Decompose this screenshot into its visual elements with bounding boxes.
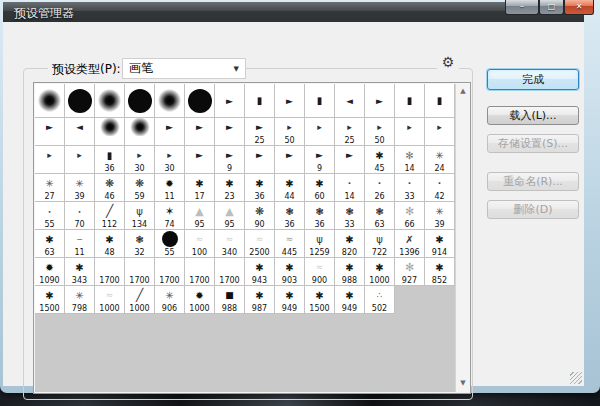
brush-cell[interactable]: ► bbox=[155, 118, 185, 146]
brush-cell[interactable] bbox=[95, 118, 125, 146]
brush-cell[interactable]: ✳24 bbox=[425, 146, 455, 174]
brush-cell[interactable]: ✱60 bbox=[305, 174, 335, 202]
brush-cell[interactable]: ► bbox=[215, 118, 245, 146]
brush-cell[interactable]: ❃63 bbox=[365, 202, 395, 230]
preset-type-select[interactable]: 画笔 ▼ bbox=[122, 58, 246, 79]
brush-cell[interactable]: ❋59 bbox=[125, 174, 155, 202]
done-button[interactable]: 完成 bbox=[487, 69, 579, 90]
brush-cell[interactable]: ▸30 bbox=[125, 146, 155, 174]
brush-cell[interactable]: ╱112 bbox=[95, 202, 125, 230]
brush-cell[interactable]: ✱943 bbox=[245, 258, 275, 286]
close-button[interactable]: ✕ bbox=[564, 0, 594, 15]
brush-cell[interactable]: 1700 bbox=[155, 258, 185, 286]
brush-cell[interactable]: ▸ bbox=[425, 118, 455, 146]
brush-cell[interactable]: ► bbox=[275, 84, 305, 118]
brush-cell[interactable]: ✱1500 bbox=[305, 286, 335, 314]
brush-cell[interactable]: ✳39 bbox=[65, 174, 95, 202]
brush-cell[interactable]: 1700 bbox=[215, 258, 245, 286]
brush-cell[interactable]: ▸ bbox=[35, 146, 65, 174]
brush-cell[interactable]: ▮ bbox=[425, 84, 455, 118]
brush-cell[interactable]: ψ134 bbox=[125, 202, 155, 230]
brush-cell[interactable]: ► bbox=[275, 146, 305, 174]
brush-cell[interactable] bbox=[155, 84, 185, 118]
brush-cell[interactable]: ✗1396 bbox=[395, 230, 425, 258]
brush-cell[interactable]: ≈2500 bbox=[245, 230, 275, 258]
brush-cell[interactable]: ◄ bbox=[335, 84, 365, 118]
brush-cell[interactable]: ✱852 bbox=[425, 258, 455, 286]
brush-cell[interactable]: ◄ bbox=[65, 118, 95, 146]
brush-cell[interactable]: ▮ bbox=[245, 84, 275, 118]
brush-cell[interactable]: ≈100 bbox=[185, 230, 215, 258]
save-set-button[interactable]: 存储设置(S)... bbox=[487, 134, 579, 153]
brush-cell[interactable]: 1700 bbox=[185, 258, 215, 286]
brush-cell[interactable]: •55 bbox=[35, 202, 65, 230]
brush-cell[interactable]: ·42 bbox=[425, 174, 455, 202]
brush-cell[interactable]: ► bbox=[185, 118, 215, 146]
brush-cell[interactable]: ►9 bbox=[305, 146, 335, 174]
brush-cell[interactable]: ✳27 bbox=[35, 174, 65, 202]
resize-grip[interactable] bbox=[570, 372, 582, 384]
brush-cell[interactable]: ✱48 bbox=[95, 230, 125, 258]
brush-cell[interactable]: ▮ bbox=[395, 84, 425, 118]
rename-button[interactable]: 重命名(R)... bbox=[487, 172, 579, 191]
brush-cell[interactable]: ► bbox=[245, 146, 275, 174]
brush-cell[interactable]: ψ722 bbox=[365, 230, 395, 258]
brush-cell[interactable]: ❋46 bbox=[95, 174, 125, 202]
brush-cell[interactable]: ❃32 bbox=[125, 230, 155, 258]
brush-cell[interactable]: ▲95 bbox=[185, 202, 215, 230]
scroll-up-icon[interactable]: ▲ bbox=[456, 87, 470, 95]
brush-cell[interactable] bbox=[35, 84, 65, 118]
brush-cell[interactable]: ✱987 bbox=[245, 286, 275, 314]
brush-cell[interactable]: ✹1090 bbox=[35, 258, 65, 286]
brush-cell[interactable] bbox=[125, 118, 155, 146]
brush-cell[interactable]: 1700 bbox=[125, 258, 155, 286]
brush-cell[interactable]: ╱1000 bbox=[125, 286, 155, 314]
brush-cell[interactable]: ✻927 bbox=[395, 258, 425, 286]
brush-cell[interactable]: ‒11 bbox=[65, 230, 95, 258]
brush-cell[interactable]: ≈900 bbox=[305, 258, 335, 286]
brush-cell[interactable]: ✱45 bbox=[365, 146, 395, 174]
brush-cell[interactable]: ✱44 bbox=[275, 174, 305, 202]
brush-cell[interactable]: ✱63 bbox=[35, 230, 65, 258]
brush-cell[interactable]: ▲95 bbox=[215, 202, 245, 230]
brush-cell[interactable]: ► bbox=[215, 84, 245, 118]
brush-cell[interactable]: ❋90 bbox=[245, 202, 275, 230]
gear-icon[interactable]: ⚙ bbox=[437, 53, 459, 71]
brush-cell[interactable]: ✱17 bbox=[185, 174, 215, 202]
brush-cell[interactable]: ✳906 bbox=[155, 286, 185, 314]
brush-cell[interactable]: ►9 bbox=[215, 146, 245, 174]
brush-cell[interactable]: ❃36 bbox=[305, 202, 335, 230]
brush-cell[interactable]: ≈1000 bbox=[95, 286, 125, 314]
brush-cell[interactable]: ✹11 bbox=[155, 174, 185, 202]
brush-cell[interactable] bbox=[65, 84, 95, 118]
brush-cell[interactable]: ✱914 bbox=[425, 230, 455, 258]
brush-cell[interactable]: ► bbox=[335, 146, 365, 174]
brush-cell[interactable]: ▮ bbox=[305, 84, 335, 118]
brush-cell[interactable]: ► bbox=[185, 146, 215, 174]
brush-cell[interactable]: ▸ bbox=[65, 146, 95, 174]
brush-cell[interactable]: ✱820 bbox=[335, 230, 365, 258]
brush-cell[interactable]: ✱23 bbox=[215, 174, 245, 202]
brush-cell[interactable]: ✱343 bbox=[65, 258, 95, 286]
brush-cell[interactable]: ✻66 bbox=[395, 202, 425, 230]
brush-cell[interactable]: ·14 bbox=[335, 174, 365, 202]
title-bar[interactable]: 预设管理器 bbox=[3, 2, 584, 22]
brush-cell[interactable]: ▸ bbox=[305, 118, 335, 146]
brush-cell[interactable]: ✱1500 bbox=[35, 286, 65, 314]
brush-cell[interactable]: ·33 bbox=[395, 174, 425, 202]
brush-cell[interactable]: •70 bbox=[65, 202, 95, 230]
restore-button[interactable]: □ bbox=[539, 0, 564, 15]
brush-cell[interactable]: ■988 bbox=[215, 286, 245, 314]
brush-cell[interactable]: 1700 bbox=[95, 258, 125, 286]
brush-cell[interactable]: ▸50 bbox=[275, 118, 305, 146]
brush-cell[interactable]: ✱949 bbox=[275, 286, 305, 314]
brush-cell[interactable]: ▸30 bbox=[155, 146, 185, 174]
minimize-button[interactable]: – bbox=[505, 0, 539, 15]
brush-cell[interactable]: ✹1000 bbox=[185, 286, 215, 314]
brush-cell[interactable]: ψ1259 bbox=[305, 230, 335, 258]
brush-cell[interactable]: ✻14 bbox=[395, 146, 425, 174]
load-button[interactable]: 载入(L)... bbox=[487, 106, 579, 125]
brush-cell[interactable]: ▸25 bbox=[335, 118, 365, 146]
brush-cell[interactable]: ≈445 bbox=[275, 230, 305, 258]
brush-cell[interactable]: ✱988 bbox=[335, 258, 365, 286]
